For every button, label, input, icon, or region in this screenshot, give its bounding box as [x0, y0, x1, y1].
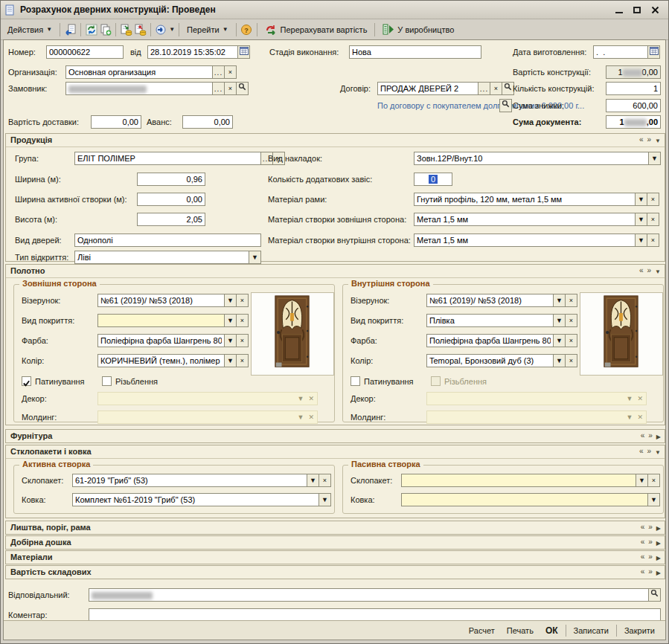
- extra-hinges-input[interactable]: 0: [414, 173, 452, 186]
- dropdown-icon[interactable]: ▼: [647, 493, 660, 506]
- expand-others-icon[interactable]: »: [647, 266, 652, 277]
- delivery-cost-input[interactable]: [91, 115, 141, 129]
- dropdown-icon[interactable]: ▼: [553, 334, 566, 347]
- collapse-others-icon[interactable]: «: [639, 447, 644, 457]
- clear-icon[interactable]: ×: [236, 334, 249, 347]
- frame-material-input[interactable]: [414, 193, 636, 206]
- dropdown-icon[interactable]: ▼: [224, 334, 237, 347]
- cloth-panel-header[interactable]: Полотно «»▼: [6, 265, 665, 278]
- collapse-others-icon[interactable]: «: [641, 567, 645, 578]
- dropdown-icon[interactable]: ▼: [553, 294, 566, 307]
- calendar-icon[interactable]: [237, 45, 250, 59]
- dropdown-icon[interactable]: ▼: [635, 213, 647, 226]
- close-icon[interactable]: [651, 6, 659, 14]
- clear-icon[interactable]: ×: [647, 474, 660, 487]
- actions-menu-button[interactable]: Действия ▼: [4, 24, 56, 36]
- clear-icon[interactable]: ×: [565, 314, 577, 327]
- glass-unit-input[interactable]: [72, 474, 307, 487]
- dropdown-icon[interactable]: ▼: [635, 234, 647, 247]
- clear-icon[interactable]: ×: [236, 294, 249, 307]
- clear-icon[interactable]: ×: [565, 294, 577, 307]
- opening-type-input[interactable]: [74, 251, 261, 264]
- dropdown-icon[interactable]: ▼: [224, 354, 237, 367]
- collapse-others-icon[interactable]: «: [639, 266, 644, 277]
- forging-input[interactable]: [72, 493, 319, 506]
- paint-input[interactable]: [97, 334, 225, 347]
- expand-icon[interactable]: ▶: [656, 553, 661, 563]
- collapse-others-icon[interactable]: «: [641, 431, 645, 442]
- expand-others-icon[interactable]: »: [648, 523, 653, 533]
- dropdown-icon[interactable]: ▼: [648, 152, 661, 165]
- customer-input[interactable]: [65, 82, 213, 95]
- width-input[interactable]: [137, 173, 205, 186]
- goto-menu-button[interactable]: Перейти ▼: [183, 24, 232, 36]
- output-button[interactable]: [155, 23, 167, 36]
- minimize-icon[interactable]: [615, 6, 623, 13]
- clear-icon[interactable]: ×: [224, 82, 237, 95]
- door-kind-input[interactable]: [74, 234, 261, 247]
- patina-checkbox[interactable]: [22, 376, 31, 386]
- help-button[interactable]: ?: [240, 23, 253, 36]
- dropdown-icon[interactable]: ▼: [553, 314, 566, 327]
- active-leaf-width-input[interactable]: [137, 193, 205, 206]
- fittings-panel-header[interactable]: Фурнітура «»▶: [6, 430, 665, 443]
- number-input[interactable]: [46, 45, 124, 59]
- collapse-others-icon[interactable]: «: [639, 135, 644, 146]
- print-button[interactable]: Печать: [502, 625, 538, 637]
- calendar-icon[interactable]: [647, 45, 660, 59]
- dropdown-icon[interactable]: ▼: [224, 314, 237, 327]
- carving-checkbox[interactable]: [102, 376, 112, 386]
- choose-icon[interactable]: ...: [478, 82, 490, 95]
- collapse-others-icon[interactable]: «: [641, 523, 645, 533]
- stage-input[interactable]: [349, 45, 481, 59]
- maximize-icon[interactable]: [633, 7, 641, 13]
- forging-input[interactable]: [401, 493, 648, 506]
- contract-input[interactable]: [377, 82, 478, 95]
- organization-input[interactable]: [65, 65, 213, 79]
- expand-others-icon[interactable]: »: [647, 135, 652, 146]
- collapse-others-icon[interactable]: «: [641, 553, 645, 563]
- expand-others-icon[interactable]: »: [648, 538, 653, 548]
- clear-icon[interactable]: ×: [236, 354, 249, 367]
- color-input[interactable]: [97, 354, 225, 367]
- leaf-outer-material-input[interactable]: [414, 213, 636, 226]
- glass-unit-input[interactable]: [401, 474, 636, 487]
- plates-kind-input[interactable]: [414, 152, 649, 165]
- components-cost-panel-header[interactable]: Вартість складових «»▶: [6, 566, 665, 579]
- production-panel-header[interactable]: Продукція «»▼: [6, 134, 665, 147]
- dropdown-icon[interactable]: ▼: [224, 294, 237, 307]
- coating-input[interactable]: [97, 314, 225, 327]
- dropdown-icon[interactable]: ▼: [635, 193, 647, 206]
- open-icon[interactable]: [499, 99, 512, 112]
- chevron-down-icon[interactable]: ▼: [169, 26, 175, 33]
- to-production-button[interactable]: У виробництво: [379, 22, 458, 36]
- expand-icon[interactable]: ▶: [656, 431, 661, 442]
- collapse-icon[interactable]: ▼: [655, 447, 661, 457]
- post-document-button[interactable]: [120, 23, 132, 36]
- pattern-input[interactable]: [97, 294, 225, 307]
- clear-icon[interactable]: ×: [565, 334, 577, 347]
- clear-icon[interactable]: ×: [647, 234, 659, 247]
- unpost-document-button[interactable]: [134, 23, 147, 36]
- clear-icon[interactable]: ×: [647, 213, 659, 226]
- board-panel-header[interactable]: Добірна дошка «»▶: [6, 536, 665, 550]
- expand-others-icon[interactable]: »: [648, 567, 653, 578]
- collapse-others-icon[interactable]: «: [641, 538, 645, 548]
- patina-checkbox[interactable]: [350, 376, 360, 386]
- copy-document-button[interactable]: [99, 23, 112, 36]
- collapse-icon[interactable]: ▼: [655, 266, 661, 277]
- dropdown-icon[interactable]: ▼: [319, 493, 331, 506]
- calc-button[interactable]: Расчет: [464, 625, 499, 637]
- open-icon[interactable]: [648, 588, 661, 602]
- datetime-input[interactable]: [147, 45, 238, 59]
- clear-icon[interactable]: ×: [236, 314, 249, 327]
- color-input[interactable]: [426, 354, 554, 367]
- expand-others-icon[interactable]: »: [648, 431, 653, 442]
- leaf-inner-material-input[interactable]: [414, 234, 636, 247]
- collapse-icon[interactable]: ▼: [655, 135, 661, 146]
- expand-icon[interactable]: ▶: [656, 567, 661, 578]
- choose-icon[interactable]: ...: [212, 82, 225, 95]
- ok-button[interactable]: ОК: [541, 624, 563, 637]
- group-input[interactable]: [74, 152, 261, 165]
- expand-others-icon[interactable]: »: [648, 553, 653, 563]
